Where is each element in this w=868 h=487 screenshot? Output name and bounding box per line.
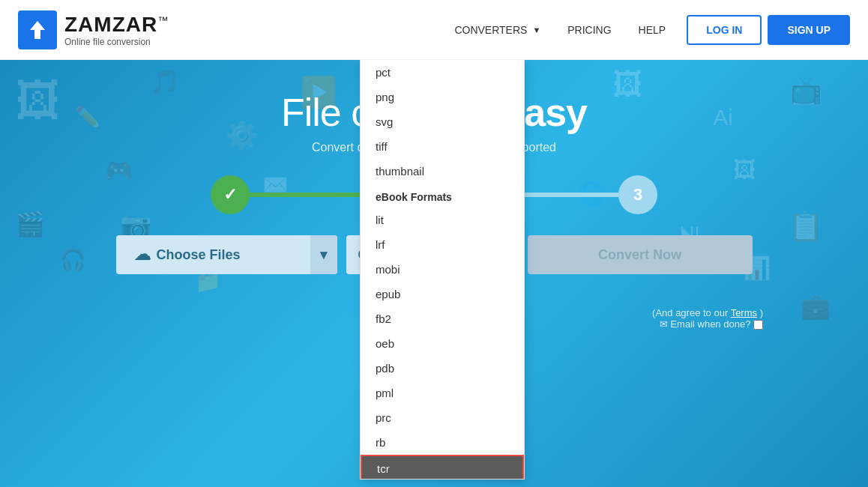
logo-name: ZAMZAR™ <box>64 13 169 37</box>
dropdown-item-pct[interactable]: pct <box>361 60 524 85</box>
dropdown-item-lrf[interactable]: lrf <box>361 232 524 257</box>
login-button[interactable]: LOG IN <box>687 15 762 45</box>
svg-marker-0 <box>30 21 45 39</box>
main-background: 🖼 ✏️ 🎵 ⚙️ ▶️ 🖼 Ai 📺 🎬 🎧 📷 📁 📋 📊 ⏯ ✉️ 🌐 🎮… <box>0 60 868 487</box>
logo-tm: ™ <box>157 13 169 25</box>
choose-files-label: Choose Files <box>157 247 241 263</box>
terms-link[interactable]: Terms <box>731 307 757 318</box>
converters-label: CONVERTERS <box>454 24 527 36</box>
dropdown-item-mobi[interactable]: mobi <box>361 257 524 282</box>
convert-to-dropdown: pct png svg tiff thumbnail eBook Formats… <box>360 60 525 480</box>
header: ZAMZAR™ Online file conversion CONVERTER… <box>0 0 868 60</box>
dropdown-item-prc[interactable]: prc <box>361 405 524 430</box>
dropdown-item-oeb[interactable]: oeb <box>361 331 524 356</box>
nav-item-converters[interactable]: CONVERTERS ▼ <box>442 18 552 42</box>
email-checkbox[interactable] <box>753 320 763 330</box>
nav-item-help[interactable]: HELP <box>627 18 678 42</box>
dropdown-item-thumbnail[interactable]: thumbnail <box>361 159 524 184</box>
logo-area: ZAMZAR™ Online file conversion <box>18 10 169 49</box>
nav-item-pricing[interactable]: PRICING <box>555 18 623 42</box>
email-when-done: ✉ Email when done? <box>660 318 763 330</box>
logo-subtitle: Online file conversion <box>64 37 169 47</box>
logo-icon <box>18 10 57 49</box>
signup-button[interactable]: SIGN UP <box>768 15 850 45</box>
dropdown-item-fb2[interactable]: fb2 <box>361 306 524 331</box>
dropdown-item-svg[interactable]: svg <box>361 109 524 134</box>
step-1: ✓ <box>211 175 250 214</box>
dropdown-item-tiff[interactable]: tiff <box>361 134 524 159</box>
dropdown-item-pdb[interactable]: pdb <box>361 356 524 381</box>
choose-files-arrow[interactable]: ▾ <box>310 235 337 274</box>
logo-text: ZAMZAR™ Online file conversion <box>64 13 169 47</box>
chevron-down-icon: ▼ <box>532 25 540 34</box>
dropdown-item-tcr[interactable]: tcr <box>361 455 524 480</box>
dropdown-item-rb[interactable]: rb <box>361 430 524 455</box>
category-ebook: eBook Formats <box>361 184 524 208</box>
nav: CONVERTERS ▼ PRICING HELP LOG IN SIGN UP <box>442 15 850 45</box>
logo-name-text: ZAMZAR <box>64 13 157 36</box>
convert-now-button[interactable]: Convert Now <box>528 235 753 274</box>
choose-files-button[interactable]: ☁ Choose Files ▾ <box>116 235 337 274</box>
dropdown-item-epub[interactable]: epub <box>361 282 524 306</box>
step-3: 3 <box>618 175 657 214</box>
dropdown-item-png[interactable]: png <box>361 85 524 109</box>
upload-icon: ☁ <box>134 245 151 264</box>
dropdown-item-pml[interactable]: pml <box>361 381 524 405</box>
agree-text: (And agree to our Terms ) <box>652 307 763 318</box>
dropdown-item-lit[interactable]: lit <box>361 208 524 232</box>
